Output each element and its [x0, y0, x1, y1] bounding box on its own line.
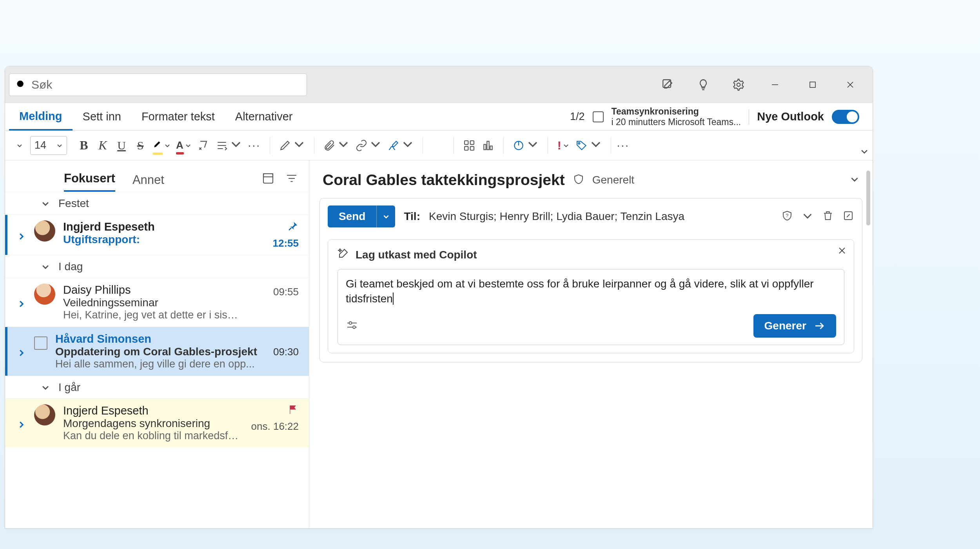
generate-button[interactable]: Generer [753, 314, 836, 338]
copilot-prompt-input[interactable]: Gi teamet beskjed om at vi bestemte oss … [338, 269, 844, 345]
apps-button[interactable] [461, 136, 477, 155]
svg-line-1 [23, 86, 25, 89]
tab-alternativer[interactable]: Alternativer [225, 103, 303, 130]
svg-rect-12 [470, 141, 474, 144]
paragraph-button[interactable] [214, 136, 244, 155]
svg-point-33 [353, 326, 356, 329]
message-row-pinned[interactable]: Ingjerd Espeseth Utgiftsrapport: 12:55 [5, 215, 309, 255]
window-minimize[interactable] [760, 71, 790, 99]
calendar-icon[interactable] [593, 111, 604, 122]
svg-point-19 [578, 142, 580, 144]
font-size-dropdown[interactable]: 14 [30, 136, 67, 155]
importance-button[interactable]: ! [555, 136, 572, 155]
expand-chevron-icon[interactable] [16, 404, 26, 442]
lightbulb-icon[interactable] [689, 71, 717, 99]
to-recipients[interactable]: Kevin Sturgis; Henry Brill; Lydia Bauer;… [429, 210, 684, 223]
section-idag[interactable]: I dag [5, 255, 309, 278]
search-input[interactable]: Søk [9, 73, 307, 96]
notes-icon[interactable] [654, 71, 682, 99]
new-outlook-toggle[interactable] [832, 110, 859, 124]
svg-rect-5 [810, 82, 815, 87]
clear-format-button[interactable] [195, 136, 212, 155]
send-options-dropdown[interactable] [376, 205, 395, 227]
close-icon[interactable] [837, 246, 847, 257]
svg-point-31 [349, 322, 352, 324]
avatar [34, 284, 55, 305]
poll-button[interactable] [480, 136, 496, 155]
settings-icon[interactable] [724, 71, 753, 99]
flag-icon [288, 404, 299, 418]
sensitivity-icon[interactable]: ? [781, 210, 793, 223]
tab-fokusert[interactable]: Fokusert [64, 171, 115, 192]
section-festet[interactable]: Festet [5, 192, 309, 215]
select-checkbox[interactable] [34, 336, 47, 350]
shield-icon[interactable] [573, 173, 584, 187]
tag-button[interactable] [574, 136, 604, 155]
message-list: Fokusert Annet Festet Ingjerd Espeseth U… [5, 160, 309, 528]
more-format-button[interactable]: ··· [246, 136, 263, 155]
adjust-icon[interactable] [346, 319, 358, 333]
compose-card: Send Til: Kevin Sturgis; Henry Brill; Ly… [319, 198, 862, 362]
bold-button[interactable]: B [76, 136, 92, 155]
copilot-icon[interactable] [430, 136, 446, 155]
loop-button[interactable] [511, 136, 541, 155]
chevron-down-icon[interactable] [802, 210, 813, 223]
message-row[interactable]: Daisy Phillips Veiledningsseminar Hei, K… [5, 278, 309, 327]
filter-icon[interactable] [285, 172, 298, 186]
expand-chevron-icon[interactable] [16, 220, 26, 249]
svg-rect-15 [484, 144, 486, 149]
message-row-selected[interactable]: Håvard Simonsen Oppdatering om Coral Gab… [5, 327, 309, 376]
italic-button[interactable]: K [94, 136, 111, 155]
avatar [34, 220, 55, 242]
section-igaar[interactable]: I går [5, 376, 309, 398]
copilot-draft-card: Lag utkast med Copilot Gi teamet beskjed… [328, 239, 854, 353]
svg-rect-21 [263, 174, 273, 177]
tab-formater[interactable]: Formater tekst [131, 103, 225, 130]
svg-point-0 [17, 81, 24, 87]
to-label: Til: [404, 210, 420, 223]
tab-annet[interactable]: Annet [132, 173, 164, 192]
subject-collapse-icon[interactable] [850, 175, 859, 185]
toolbar-overflow-button[interactable]: ··· [615, 136, 632, 155]
svg-point-3 [737, 83, 740, 87]
avatar [34, 404, 55, 425]
outlook-window: Søk Melding Sett inn Formater tekst Alte… [5, 66, 873, 529]
svg-rect-20 [263, 174, 273, 183]
svg-rect-17 [490, 146, 492, 149]
window-close[interactable] [835, 71, 866, 99]
svg-rect-13 [465, 146, 468, 150]
underline-button[interactable]: U [113, 136, 130, 155]
attach-button[interactable] [321, 136, 351, 155]
scrollbar[interactable] [866, 171, 870, 225]
layout-icon[interactable] [262, 172, 274, 186]
reading-pane: Coral Gables taktekkingsprosjekt Generel… [309, 160, 873, 528]
message-row-flagged[interactable]: Ingjerd Espeseth Morgendagens synkronise… [5, 398, 309, 447]
delete-icon[interactable] [822, 210, 834, 223]
styles-button[interactable] [277, 136, 307, 155]
titlebar: Søk [5, 66, 873, 103]
expand-chevron-icon[interactable] [16, 333, 26, 370]
signature-button[interactable] [386, 136, 416, 155]
font-color-button[interactable]: A [174, 136, 193, 155]
divider [749, 109, 749, 125]
link-button[interactable] [354, 136, 383, 155]
expand-chevron-icon[interactable] [16, 284, 26, 321]
strikethrough-button[interactable]: S [132, 136, 149, 155]
sync-status[interactable]: Teamsynkronisering i 20 minutters Micros… [612, 106, 741, 127]
page-indicator: 1/2 [570, 111, 585, 123]
highlight-color-button[interactable] [151, 136, 172, 155]
tab-melding[interactable]: Melding [9, 104, 73, 131]
email-subject: Coral Gables taktekkingsprosjekt [323, 171, 565, 189]
svg-rect-14 [470, 146, 474, 150]
svg-rect-16 [487, 141, 489, 149]
msglist-header: Fokusert Annet [5, 160, 309, 192]
send-button[interactable]: Send [328, 205, 395, 227]
search-icon [16, 79, 27, 90]
ribbon-expand-icon[interactable] [860, 146, 869, 158]
popout-icon[interactable] [842, 210, 854, 223]
window-maximize[interactable] [797, 71, 828, 99]
toggle-label: Nye Outlook [757, 110, 824, 123]
font-family-dropdown[interactable] [11, 136, 28, 155]
ribbon-tabs: Melding Sett inn Formater tekst Alternat… [5, 103, 873, 131]
tab-settinn[interactable]: Sett inn [73, 103, 131, 130]
